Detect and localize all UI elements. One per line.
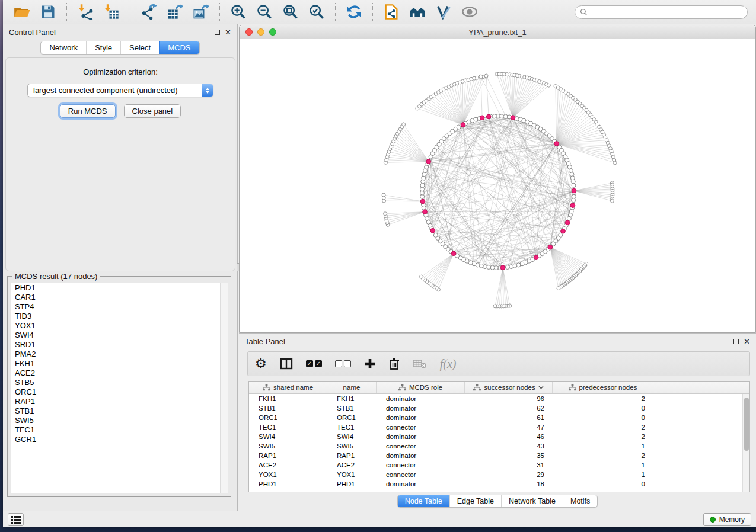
task-history-button[interactable] <box>8 513 24 526</box>
table-header-row: shared namenameMCDS rolesuccessor nodesp… <box>249 382 749 394</box>
mcds-node-item[interactable]: GCR1 <box>11 435 227 444</box>
table-panel-title: Table Panel <box>245 337 285 346</box>
control-panel-titlebar: Control Panel ✕ <box>3 24 237 40</box>
table-row[interactable]: RAP1RAP1dominator 352 <box>249 451 742 460</box>
network-view-window: YPA_prune.txt_1 <box>239 25 756 333</box>
table-row[interactable]: ORC1ORC1dominator 610 <box>249 413 742 422</box>
float-panel-icon[interactable] <box>215 30 220 35</box>
float-table-panel-icon[interactable] <box>733 339 739 344</box>
tab-node-table[interactable]: Node Table <box>398 495 449 507</box>
first-neighbors-icon[interactable] <box>409 3 426 21</box>
open-file-icon[interactable] <box>13 3 31 21</box>
delete-table-icon[interactable] <box>413 356 427 371</box>
graphics-details-icon[interactable] <box>435 3 452 21</box>
add-column-icon[interactable] <box>364 356 376 371</box>
table-row[interactable]: TEC1TEC1connector 472 <box>249 422 742 432</box>
export-image-icon[interactable] <box>192 3 210 21</box>
close-panel-icon[interactable]: ✕ <box>225 28 231 36</box>
zoom-out-icon[interactable] <box>256 3 273 21</box>
close-panel-button[interactable]: Close panel <box>124 104 181 118</box>
table-row[interactable]: SWI5SWI5connector 431 <box>249 441 742 451</box>
tab-motifs[interactable]: Motifs <box>563 495 597 507</box>
zoom-selected-icon[interactable] <box>308 3 326 21</box>
refresh-view-icon[interactable] <box>345 3 363 21</box>
criterion-dropdown[interactable]: largest connected component (undirected) <box>27 84 213 97</box>
memory-label: Memory <box>719 515 745 524</box>
toolbar-separator <box>66 3 67 21</box>
zoom-fit-icon[interactable] <box>282 3 299 21</box>
mcds-node-item[interactable]: FKH1 <box>11 359 227 368</box>
network-window-titlebar: YPA_prune.txt_1 <box>240 25 755 39</box>
table-toolbar: ⚙ ✓✓ f(x) <box>247 351 750 376</box>
table-tabs: Node TableEdge TableNetwork TableMotifs <box>239 495 756 508</box>
table-row[interactable]: FKH1FKH1dominator 962 <box>249 394 742 403</box>
tab-style[interactable]: Style <box>86 41 120 54</box>
mcds-node-item[interactable]: PHD1 <box>11 283 227 293</box>
column-visibility-icon[interactable] <box>280 356 293 371</box>
network-canvas[interactable] <box>240 39 755 332</box>
tab-mcds[interactable]: MCDS <box>159 41 199 54</box>
settings-gear-icon[interactable]: ⚙ <box>255 356 267 371</box>
column-header-name[interactable]: name <box>327 382 377 393</box>
column-header-predecessor-nodes[interactable]: predecessor nodes <box>553 382 653 393</box>
table-row[interactable]: STB1STB1dominator 620 <box>249 403 742 413</box>
search-input[interactable] <box>575 5 748 19</box>
column-header-spacer[interactable] <box>653 382 749 393</box>
new-network-from-selection-icon[interactable] <box>382 3 400 21</box>
function-builder-icon[interactable]: f(x) <box>440 356 457 371</box>
export-network-icon[interactable] <box>140 3 158 21</box>
mcds-node-item[interactable]: RAP1 <box>11 397 227 406</box>
table-row[interactable]: ACE2ACE2connector 311 <box>249 460 742 470</box>
tab-edge-table[interactable]: Edge Table <box>449 495 501 507</box>
select-all-rows-icon[interactable]: ✓✓ <box>306 356 322 371</box>
mcds-node-item[interactable]: STB1 <box>11 406 227 416</box>
network-graph[interactable] <box>240 39 755 332</box>
close-table-panel-icon[interactable]: ✕ <box>744 338 750 345</box>
mcds-node-item[interactable]: TEC1 <box>11 425 227 435</box>
column-header-successor-nodes[interactable]: successor nodes <box>465 382 553 393</box>
zoom-in-icon[interactable] <box>229 3 247 21</box>
control-panel-title: Control Panel <box>9 28 56 37</box>
table-scrollbar-thumb[interactable] <box>744 398 749 451</box>
toolbar-separator <box>219 3 220 21</box>
mcds-node-item[interactable]: SWI4 <box>11 331 227 340</box>
search-field[interactable] <box>591 8 742 16</box>
mcds-node-item[interactable]: ACE2 <box>11 368 227 378</box>
criterion-value: largest connected component (undirected) <box>33 86 178 95</box>
memory-button[interactable]: Memory <box>703 513 751 526</box>
table-row[interactable]: YOX1YOX1connector 291 <box>249 470 742 479</box>
delete-column-icon[interactable] <box>389 356 400 371</box>
toolbar-separator <box>335 3 336 21</box>
mcds-node-item[interactable]: CAR1 <box>11 293 227 302</box>
mcds-list-scrollbar[interactable] <box>220 283 228 493</box>
column-header-shared-name[interactable]: shared name <box>249 382 327 393</box>
mcds-result-list[interactable]: PHD1CAR1STP4TID3YOX1SWI4SRD1PMA2FKH1ACE2… <box>11 283 228 493</box>
mcds-node-item[interactable]: SWI5 <box>11 416 227 425</box>
mcds-node-item[interactable]: PMA2 <box>11 350 227 359</box>
run-mcds-button[interactable]: Run MCDS <box>60 104 116 118</box>
deselect-all-rows-icon[interactable] <box>335 356 351 371</box>
save-session-icon[interactable] <box>39 3 57 21</box>
import-network-icon[interactable] <box>76 3 94 21</box>
table-row[interactable]: PHD1PHD1dominator 180 <box>249 479 742 489</box>
hide-eye-icon[interactable] <box>461 3 479 21</box>
export-table-icon[interactable] <box>166 3 184 21</box>
tab-network[interactable]: Network <box>41 41 86 54</box>
column-header-MCDS-role[interactable]: MCDS role <box>377 382 465 393</box>
mcds-node-item[interactable]: STP4 <box>11 302 227 312</box>
node-table: shared namenameMCDS rolesuccessor nodesp… <box>248 381 750 492</box>
mcds-node-item[interactable]: SRD1 <box>11 340 227 350</box>
mcds-node-item[interactable]: ORC1 <box>11 387 227 397</box>
mcds-node-item[interactable]: TID3 <box>11 312 227 321</box>
mcds-panel: Optimization criterion: largest connecte… <box>5 57 235 271</box>
optimization-criterion-label: Optimization criterion: <box>6 68 235 76</box>
table-scrollbar[interactable] <box>742 394 749 492</box>
mcds-node-item[interactable]: YOX1 <box>11 321 227 331</box>
mcds-result-groupbox: MCDS result (17 nodes) PHD1CAR1STP4TID3Y… <box>7 276 231 497</box>
tab-network-table[interactable]: Network Table <box>501 495 563 507</box>
mcds-node-item[interactable]: STB5 <box>11 378 227 387</box>
tab-select[interactable]: Select <box>120 41 159 54</box>
network-window-title: YPA_prune.txt_1 <box>240 28 755 37</box>
import-table-icon[interactable] <box>103 3 120 21</box>
table-row[interactable]: SWI4SWI4dominator 462 <box>249 432 742 441</box>
